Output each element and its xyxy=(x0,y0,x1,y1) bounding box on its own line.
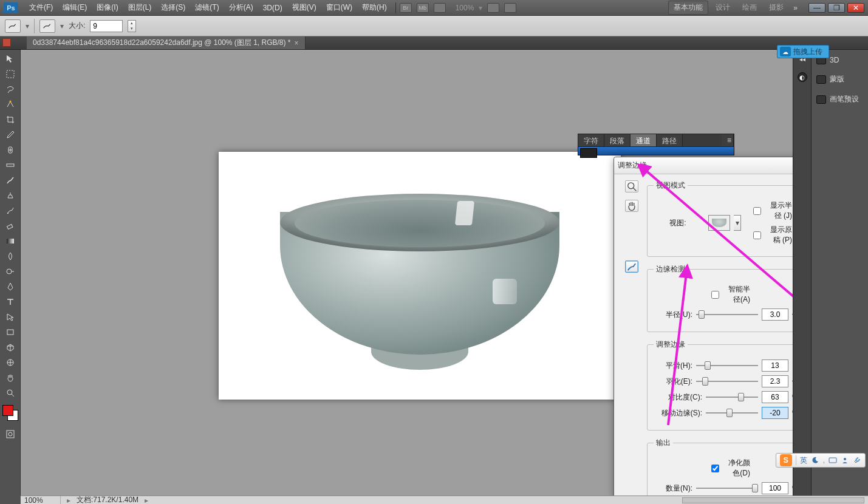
panel-menu-icon[interactable]: ≡ xyxy=(722,134,734,146)
panel-masks[interactable]: 蒙版 xyxy=(814,73,866,86)
tool-dodge[interactable] xyxy=(3,265,18,278)
tool-crop[interactable] xyxy=(3,113,18,126)
zoom-level[interactable]: 100% xyxy=(456,4,474,12)
tab-channels[interactable]: 通道 xyxy=(630,134,657,146)
keyboard-icon[interactable] xyxy=(829,456,837,465)
tool-zoom[interactable] xyxy=(3,386,18,400)
dialog-titlebar[interactable]: 调整边缘 ✕ xyxy=(614,157,793,174)
tool-move[interactable] xyxy=(3,52,18,66)
fg-color-swatch[interactable] xyxy=(2,405,13,416)
radius-slider[interactable] xyxy=(696,310,758,319)
smooth-slider[interactable] xyxy=(696,361,758,370)
current-tool-icon[interactable] xyxy=(5,19,21,33)
screen-icon[interactable] xyxy=(504,3,516,13)
radius-input[interactable] xyxy=(762,308,788,321)
workspace-more-icon[interactable]: » xyxy=(791,4,800,12)
moon-icon[interactable] xyxy=(811,456,819,465)
menu-analysis[interactable]: 分析(A) xyxy=(224,2,258,13)
upload-badge[interactable]: ☁ 拖拽上传 xyxy=(777,45,829,58)
adjustments-icon[interactable]: ◐ xyxy=(798,72,807,82)
brush-preset-icon[interactable] xyxy=(39,19,55,33)
window-minimize[interactable]: — xyxy=(808,3,825,13)
person-icon[interactable] xyxy=(841,456,849,465)
ime-lang[interactable]: 英 xyxy=(800,455,807,466)
ime-toolbar[interactable]: S 英 , xyxy=(776,453,866,468)
color-swatches[interactable] xyxy=(2,405,18,421)
tab-paths[interactable]: 路径 xyxy=(657,134,683,146)
minibridge-icon[interactable]: Mb xyxy=(417,3,429,13)
feather-slider[interactable] xyxy=(696,376,758,386)
show-radius-checkbox[interactable]: 显示半径 (J) xyxy=(753,200,792,221)
tool-eraser[interactable] xyxy=(3,219,18,233)
tool-path-select[interactable] xyxy=(3,310,18,324)
tool-3d-camera[interactable] xyxy=(3,356,18,369)
tool-type[interactable] xyxy=(3,295,18,308)
menu-help[interactable]: 帮助(H) xyxy=(357,2,392,13)
tool-quick-select[interactable] xyxy=(3,98,18,111)
feather-unit: 像素 xyxy=(792,376,793,387)
menu-image[interactable]: 图像(I) xyxy=(92,2,123,13)
brush-size-input[interactable] xyxy=(90,20,123,32)
menu-3d[interactable]: 3D(D) xyxy=(258,4,287,12)
window-close[interactable]: ✕ xyxy=(847,3,864,13)
decontaminate-checkbox[interactable]: 净化颜色(D) xyxy=(711,458,750,478)
arrange-docs-icon[interactable] xyxy=(487,3,499,13)
tab-grip-icon[interactable] xyxy=(2,38,11,47)
quick-mask-icon[interactable] xyxy=(3,427,18,441)
tool-clone-stamp[interactable] xyxy=(3,189,18,202)
shift-input[interactable] xyxy=(762,407,788,419)
tool-gradient[interactable] xyxy=(3,234,18,248)
canvas[interactable]: 字符 段落 通道 路径 ≡ 调整边缘 ✕ xyxy=(21,50,793,495)
tool-eyedropper[interactable] xyxy=(3,128,18,141)
status-zoom[interactable]: 100% xyxy=(24,496,61,505)
brush-size-stepper[interactable]: ▴▾ xyxy=(128,20,136,32)
shift-slider[interactable] xyxy=(706,408,758,418)
dialog-zoom-tool[interactable] xyxy=(625,180,638,192)
amount-input[interactable] xyxy=(762,482,788,494)
tool-history-brush[interactable] xyxy=(3,204,18,217)
contrast-input[interactable] xyxy=(762,391,788,403)
view-thumbnail[interactable] xyxy=(708,215,730,231)
document-tab-close-icon[interactable]: × xyxy=(295,39,299,47)
smooth-input[interactable] xyxy=(762,359,788,372)
workspace-photo[interactable]: 摄影 xyxy=(764,1,788,14)
dialog-hand-tool[interactable] xyxy=(625,200,638,212)
svg-rect-16 xyxy=(829,458,836,463)
menu-view[interactable]: 视图(V) xyxy=(287,2,321,13)
amount-slider[interactable] xyxy=(696,483,758,493)
tool-3d[interactable] xyxy=(3,341,18,354)
menu-filter[interactable]: 滤镜(T) xyxy=(190,2,224,13)
tool-pen[interactable] xyxy=(3,280,18,293)
tool-rectangle[interactable] xyxy=(3,325,18,339)
workspace-essentials[interactable]: 基本功能 xyxy=(668,1,708,15)
menu-edit[interactable]: 编辑(E) xyxy=(58,2,92,13)
menu-layer[interactable]: 图层(L) xyxy=(123,2,157,13)
tool-spot-heal[interactable] xyxy=(3,143,18,157)
tool-brush[interactable] xyxy=(3,174,18,187)
tab-paragraph[interactable]: 段落 xyxy=(604,134,630,146)
wrench-icon[interactable] xyxy=(853,456,861,465)
menu-select[interactable]: 选择(S) xyxy=(156,2,190,13)
menu-window[interactable]: 窗口(W) xyxy=(321,2,357,13)
workspace-design[interactable]: 设计 xyxy=(711,1,735,14)
window-maximize[interactable]: ❐ xyxy=(828,3,845,13)
dialog-refine-brush-tool[interactable] xyxy=(625,261,638,273)
show-original-checkbox[interactable]: 显示原稿 (P) xyxy=(753,225,792,245)
panel-brush-presets[interactable]: 画笔预设 xyxy=(814,93,866,106)
screen-mode-icon[interactable] xyxy=(434,3,446,13)
tool-ruler[interactable] xyxy=(3,158,18,172)
tool-lasso[interactable] xyxy=(3,83,18,96)
smart-radius-checkbox[interactable]: 智能半径(A) xyxy=(711,284,750,305)
tool-blur[interactable] xyxy=(3,250,18,263)
tool-hand[interactable] xyxy=(3,371,18,384)
contrast-slider[interactable] xyxy=(706,392,758,402)
view-dropdown-icon[interactable]: ▾ xyxy=(734,215,741,231)
bridge-icon[interactable]: Br xyxy=(400,3,412,13)
tool-marquee[interactable] xyxy=(3,67,18,81)
menu-file[interactable]: 文件(F) xyxy=(24,2,58,13)
workspace-paint[interactable]: 绘画 xyxy=(737,1,762,14)
tab-character[interactable]: 字符 xyxy=(578,134,604,146)
horizontal-scrollbar[interactable] xyxy=(682,497,864,503)
feather-input[interactable] xyxy=(762,375,788,387)
document-tab[interactable]: 0d338744ebf81a4c96365918d22a6059242da6df… xyxy=(27,36,306,49)
